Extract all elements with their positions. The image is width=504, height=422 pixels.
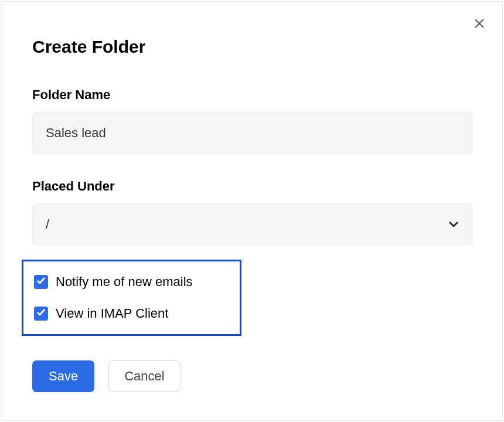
placed-under-value: / bbox=[46, 217, 49, 232]
imap-checkbox-label[interactable]: View in IMAP Client bbox=[56, 306, 168, 321]
folder-name-field: Folder Name bbox=[32, 87, 473, 154]
notify-checkbox[interactable] bbox=[34, 275, 48, 289]
placed-under-field: Placed Under / bbox=[32, 179, 473, 246]
folder-name-label: Folder Name bbox=[32, 87, 473, 103]
close-button[interactable] bbox=[473, 18, 486, 31]
imap-checkbox-row: View in IMAP Client bbox=[34, 306, 229, 321]
notify-checkbox-row: Notify me of new emails bbox=[34, 274, 229, 290]
save-button[interactable]: Save bbox=[32, 360, 94, 392]
cancel-button[interactable]: Cancel bbox=[108, 360, 180, 392]
check-icon bbox=[36, 277, 46, 287]
button-row: Save Cancel bbox=[32, 360, 502, 392]
placed-under-select[interactable]: / bbox=[32, 203, 473, 246]
options-highlight-box: Notify me of new emails View in IMAP Cli… bbox=[22, 260, 241, 336]
imap-checkbox[interactable] bbox=[34, 307, 48, 321]
dialog-title: Create Folder bbox=[32, 37, 502, 57]
create-folder-dialog: Create Folder Folder Name Placed Under /… bbox=[1, 1, 503, 421]
notify-checkbox-label[interactable]: Notify me of new emails bbox=[56, 274, 193, 290]
close-icon bbox=[474, 18, 485, 32]
folder-name-input[interactable] bbox=[32, 112, 473, 154]
check-icon bbox=[36, 308, 46, 319]
placed-under-label: Placed Under bbox=[32, 179, 473, 194]
